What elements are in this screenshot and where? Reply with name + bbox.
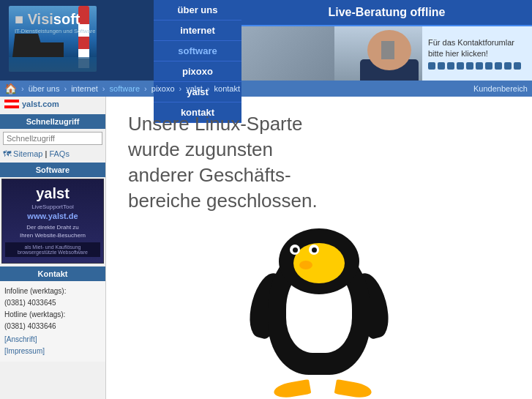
yalst-banner-sub: als Miet- und Kauflösungbrowsergestützte…	[5, 242, 100, 257]
nav-internet[interactable]: internet	[154, 20, 241, 41]
breadcrumb: 🏠 › über uns › internet › software › pix…	[0, 81, 532, 97]
software-header: Software	[0, 163, 105, 177]
live-beratung-area: Live-Beratung offline Für das Kontaktfor…	[241, 0, 532, 81]
sep-5: ›	[207, 84, 210, 93]
logo-subtitle: IT-Dienstleistungen und Software	[15, 28, 95, 34]
sep-1: ›	[64, 84, 67, 93]
contact-text-line2: bitte hier klicken!	[428, 49, 526, 58]
contact-text-area[interactable]: Für das Kontaktforumlar bitte hier klick…	[422, 26, 532, 81]
sitemap-link[interactable]: 🗺 Sitemap	[3, 149, 42, 158]
tux-right-foot	[334, 379, 373, 399]
dot-9	[504, 62, 512, 70]
schnellzugriff-section: Schnellzugriff 🗺 Sitemap | FAQs	[0, 114, 105, 160]
live-beratung-title: Live-Beratung offline	[241, 0, 532, 26]
logo-image: ■ Visisoft IT-Dienstleistungen und Softw…	[9, 6, 148, 75]
sep-0: ›	[21, 84, 24, 93]
yalst-com-label: yalst.com	[22, 100, 59, 108]
yalst-banner-logo: yalst	[5, 185, 100, 202]
kundenbereich-link[interactable]: Kundenbereich	[473, 84, 528, 93]
yalst-banner-desc: Der direkte Draht zuIhren Website-Besuch…	[5, 223, 100, 239]
dot-2	[438, 62, 445, 70]
kontakt-section: Kontakt Infoline (werktags): (0381) 4033…	[0, 266, 105, 362]
kontakt-content: Infoline (werktags): (0381) 4033645 Hotl…	[0, 281, 105, 362]
hotline-label: Hotline (werktags):	[4, 309, 101, 321]
schnellzugriff-header: Schnellzugriff	[0, 114, 105, 129]
schnellzugriff-input-area	[0, 129, 105, 148]
bc-kontakt[interactable]: kontakt	[214, 84, 240, 93]
main-message: Unsere Linux-Spartewurde zugunstenandere…	[128, 111, 318, 214]
yalst-text: yalst	[36, 185, 70, 201]
dot-7	[485, 62, 492, 70]
yalst-banner-url: www.yalst.de	[5, 212, 100, 220]
dot-4	[457, 62, 464, 70]
dot-3	[447, 62, 454, 70]
sep-4: ›	[179, 84, 182, 93]
faqs-link[interactable]: FAQs	[49, 149, 70, 158]
bc-internet[interactable]: internet	[71, 84, 98, 93]
bc-yalst[interactable]: yalst	[186, 84, 203, 93]
nav-software[interactable]: software	[154, 41, 241, 61]
schnellzugriff-input[interactable]	[3, 132, 102, 145]
bc-pixoxo[interactable]: pixoxo	[151, 84, 175, 93]
dot-6	[476, 62, 483, 70]
main-content: Unsere Linux-Spartewurde zugunstenandere…	[106, 97, 532, 399]
anschrift-link[interactable]: [Anschrift]	[4, 335, 37, 343]
main-nav: über uns internet software pixoxo yalst …	[154, 0, 241, 81]
impressum-link[interactable]: [Impressum]	[4, 347, 45, 355]
dot-10	[514, 62, 521, 70]
software-section: Software yalst LiveSupportTool www.yalst…	[0, 163, 105, 264]
home-icon[interactable]: 🏠	[4, 83, 17, 94]
sep-3: ›	[144, 84, 147, 93]
contact-agent-image	[241, 26, 422, 81]
tux-left-foot	[273, 379, 312, 399]
tux-penguin-container	[128, 228, 510, 397]
sidebar: yalst.com Schnellzugriff 🗺 Sitemap | FAQ…	[0, 97, 106, 399]
logo-area: ■ Visisoft IT-Dienstleistungen und Softw…	[0, 0, 154, 81]
kontakt-header: Kontakt	[0, 266, 105, 281]
logo-text: ■ Visisoft IT-Dienstleistungen und Softw…	[15, 12, 95, 34]
nav-ueber-uns[interactable]: über uns	[154, 0, 241, 20]
yalst-banner[interactable]: yalst LiveSupportTool www.yalst.de Der d…	[1, 179, 104, 264]
infoline-number: (0381) 4033645	[4, 297, 101, 309]
nav-pixoxo[interactable]: pixoxo	[154, 61, 241, 82]
page-header: ■ Visisoft IT-Dienstleistungen und Softw…	[0, 0, 532, 81]
bc-software[interactable]: software	[110, 84, 141, 93]
hotline-number: (0381) 4033646	[4, 321, 101, 332]
tux-penguin	[246, 228, 392, 397]
contact-dots	[428, 62, 526, 70]
yalst-flag-section: yalst.com	[0, 97, 105, 111]
live-beratung-content: Für das Kontaktforumlar bitte hier klick…	[241, 26, 532, 81]
sidebar-links: 🗺 Sitemap | FAQs	[0, 148, 105, 160]
yalst-banner-tagline: LiveSupportTool	[5, 204, 100, 210]
flag-icon	[4, 100, 19, 108]
dot-8	[495, 62, 502, 70]
contact-text-line1: Für das Kontaktforumlar	[428, 37, 526, 48]
dot-1	[428, 62, 435, 70]
main-area: yalst.com Schnellzugriff 🗺 Sitemap | FAQ…	[0, 97, 532, 399]
infoline-label: Infoline (werktags):	[4, 286, 101, 297]
sep-2: ›	[102, 84, 105, 93]
dot-5	[466, 62, 473, 70]
bc-ueber-uns[interactable]: über uns	[29, 84, 60, 93]
